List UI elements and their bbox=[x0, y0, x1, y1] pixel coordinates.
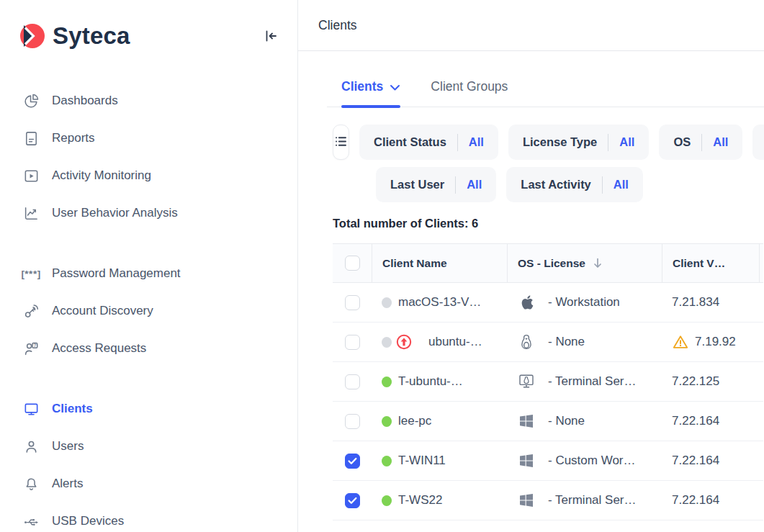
license-type: - Terminal Ser… bbox=[548, 374, 637, 389]
client-version: 7.22.164 bbox=[672, 454, 719, 468]
row-checkbox[interactable] bbox=[345, 414, 360, 429]
status-dot bbox=[382, 337, 392, 348]
divider bbox=[602, 176, 603, 194]
client-name: T-WS22 bbox=[398, 493, 442, 508]
app-window: Syteca Dashboards Repor bbox=[0, 0, 764, 532]
row-checkbox[interactable] bbox=[345, 335, 360, 350]
row-checkbox[interactable] bbox=[345, 493, 360, 508]
sidebar-item-account-discovery[interactable]: Account Discovery bbox=[0, 292, 297, 330]
content-area: Clients Client Groups Cli bbox=[298, 51, 764, 520]
table-row[interactable]: ubuntu-… - None 7.19.92 bbox=[333, 323, 763, 362]
total-clients-count: Total number of Clients: 6 bbox=[333, 217, 764, 230]
sidebar-header: Syteca bbox=[0, 0, 297, 72]
monitor-icon bbox=[22, 400, 40, 418]
sidebar-item-label: USB Devices bbox=[52, 514, 124, 528]
filter-bar: Client Status All License Type All OS Al… bbox=[327, 125, 764, 202]
client-name: macOS-13-V… bbox=[398, 295, 481, 310]
sidebar-item-reports[interactable]: Reports bbox=[0, 120, 297, 157]
play-square-icon bbox=[22, 167, 40, 184]
status-dot bbox=[382, 416, 392, 427]
client-name: T-WIN11 bbox=[398, 454, 446, 468]
client-version: 7.22.164 bbox=[672, 414, 719, 428]
chevron-down-icon bbox=[390, 80, 400, 95]
table-row[interactable]: macOS-13-V… - Workstation 7.21.834 bbox=[333, 283, 763, 323]
sidebar-item-activity-monitoring[interactable]: Activity Monitoring bbox=[0, 157, 297, 194]
sidebar-item-user-behavior-analysis[interactable]: User Behavior Analysis bbox=[0, 194, 297, 232]
linux-terminal-os-icon bbox=[517, 373, 536, 390]
table-row[interactable]: T-WIN11 - Custom Wor… 7.22.164 bbox=[333, 441, 763, 481]
list-view-button[interactable] bbox=[333, 125, 349, 160]
sidebar-item-password-management[interactable]: [***] Password Management bbox=[0, 255, 297, 292]
row-checkbox[interactable] bbox=[345, 374, 360, 389]
sidebar-item-label: Account Discovery bbox=[52, 304, 153, 318]
linux-os-icon bbox=[517, 333, 536, 351]
status-dot bbox=[382, 297, 392, 308]
filter-chip-cutoff[interactable] bbox=[752, 125, 764, 160]
filter-value: All bbox=[713, 135, 728, 149]
tab-label: Client Groups bbox=[431, 79, 508, 94]
table-row[interactable]: lee-pc - None 7.22.164 bbox=[333, 402, 763, 441]
client-version: 7.19.92 bbox=[695, 335, 736, 349]
column-header-client-name[interactable]: Client Name bbox=[372, 244, 507, 282]
client-name: ubuntu-… bbox=[428, 335, 482, 349]
logo-text: Syteca bbox=[53, 22, 130, 50]
sidebar-item-usb-devices[interactable]: USB Devices bbox=[0, 502, 297, 532]
sidebar-item-alerts[interactable]: Alerts bbox=[0, 465, 297, 502]
tab-client-groups[interactable]: Client Groups bbox=[431, 78, 508, 107]
page-title: Clients bbox=[318, 18, 357, 33]
row-checkbox[interactable] bbox=[345, 295, 360, 310]
license-type: - None bbox=[548, 335, 585, 349]
license-type: - Terminal Ser… bbox=[548, 493, 637, 508]
filter-last-user[interactable]: Last User All bbox=[376, 167, 496, 202]
warning-icon bbox=[672, 333, 689, 351]
sidebar-item-label: Clients bbox=[52, 402, 93, 416]
sidebar-item-label: Access Requests bbox=[52, 341, 146, 356]
sidebar-item-access-requests[interactable]: ? Access Requests bbox=[0, 330, 297, 367]
sidebar-item-label: User Behavior Analysis bbox=[52, 206, 178, 220]
status-dot bbox=[382, 377, 392, 387]
divider bbox=[608, 134, 608, 151]
row-checkbox[interactable] bbox=[345, 454, 360, 469]
select-all-checkbox[interactable] bbox=[345, 256, 360, 271]
tab-clients[interactable]: Clients bbox=[341, 78, 400, 107]
windows-os-icon bbox=[517, 412, 536, 430]
line-chart-icon bbox=[22, 204, 40, 222]
column-header-client-version[interactable]: Client V… bbox=[662, 244, 759, 282]
filter-os[interactable]: OS All bbox=[659, 125, 742, 160]
sidebar-item-label: Activity Monitoring bbox=[52, 168, 151, 183]
filter-value: All bbox=[467, 178, 482, 191]
license-type: - None bbox=[548, 414, 585, 428]
filter-license-type[interactable]: License Type All bbox=[508, 125, 649, 160]
client-name: T-ubuntu-… bbox=[398, 374, 463, 389]
windows-os-icon bbox=[517, 492, 536, 509]
status-dot bbox=[382, 495, 392, 506]
sidebar-item-label: Users bbox=[52, 439, 84, 454]
divider bbox=[457, 134, 458, 151]
sidebar-item-users[interactable]: Users bbox=[0, 428, 297, 465]
sidebar-item-dashboards[interactable]: Dashboards bbox=[0, 82, 297, 120]
person-icon bbox=[22, 438, 40, 455]
bell-icon bbox=[22, 475, 40, 492]
client-name: lee-pc bbox=[398, 414, 431, 428]
table-row[interactable]: T-WS22 - Terminal Ser… 7.22.164 bbox=[333, 481, 763, 520]
sidebar-item-label: Dashboards bbox=[52, 94, 118, 108]
table-row[interactable]: T-ubuntu-… - Terminal Ser… 7.22.125 bbox=[333, 362, 763, 402]
sort-desc-icon bbox=[593, 257, 603, 269]
sidebar-item-clients[interactable]: Clients bbox=[0, 390, 297, 428]
client-version: 7.22.125 bbox=[672, 374, 719, 389]
divider bbox=[701, 134, 702, 151]
sidebar-item-label: Alerts bbox=[52, 477, 83, 491]
document-icon bbox=[22, 130, 40, 147]
table-header-row: Client Name OS - License Client V… bbox=[333, 243, 763, 283]
tab-bar: Clients Client Groups bbox=[327, 51, 764, 107]
filter-client-status[interactable]: Client Status All bbox=[359, 125, 498, 160]
column-header-os-license[interactable]: OS - License bbox=[507, 244, 662, 282]
clients-table: Client Name OS - License Client V… bbox=[333, 243, 763, 520]
client-version: 7.21.834 bbox=[672, 295, 719, 310]
sidebar-nav: Dashboards Reports Activity Monitoring bbox=[0, 82, 297, 532]
sidebar-item-label: Reports bbox=[52, 131, 95, 145]
sidebar-collapse-button[interactable] bbox=[261, 27, 279, 45]
svg-text:?: ? bbox=[33, 342, 36, 347]
filter-last-activity[interactable]: Last Activity All bbox=[506, 167, 643, 202]
column-header-cutoff bbox=[759, 244, 763, 282]
